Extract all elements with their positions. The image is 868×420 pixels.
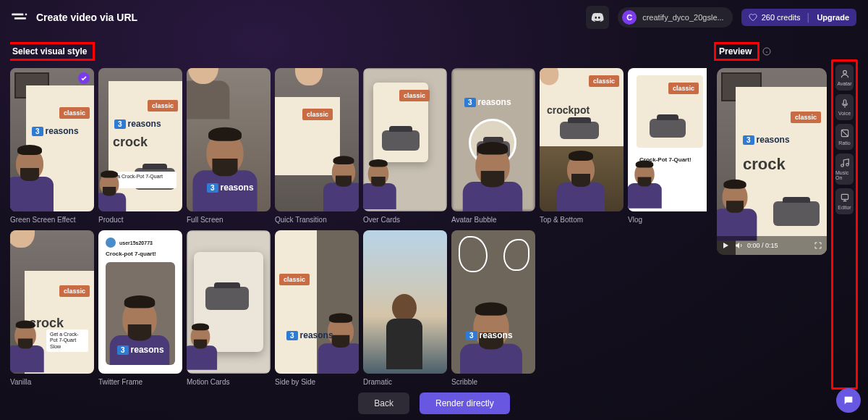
- side-btn-voice[interactable]: Voice: [835, 94, 854, 120]
- editor-icon: [840, 193, 850, 203]
- chat-icon: [843, 395, 854, 406]
- svg-point-8: [846, 164, 848, 167]
- chat-fab[interactable]: [836, 388, 861, 413]
- fullscreen-icon[interactable]: [814, 241, 822, 250]
- ratio-icon: [840, 128, 850, 138]
- svg-rect-1: [14, 17, 26, 20]
- style-card-full-screen[interactable]: 3reasons Full Screen: [187, 68, 271, 224]
- credits-upgrade-button[interactable]: 260 credits │ Upgrade: [741, 9, 856, 26]
- style-card-top-bottom[interactable]: classic crockpot Top & Bottom: [540, 68, 624, 224]
- play-icon[interactable]: [721, 241, 730, 250]
- preview-player[interactable]: classic 3reasons crock 0:00 / 0:15: [717, 68, 827, 255]
- section-heading: Select visual style: [10, 42, 95, 61]
- side-btn-avatar[interactable]: Avatar: [835, 64, 854, 91]
- avatar: C: [622, 10, 637, 25]
- avatar-icon: [840, 69, 850, 79]
- side-btn-ratio[interactable]: Ratio: [835, 124, 854, 150]
- style-card-avatar-bubble[interactable]: 3reasons Avatar Bubble: [451, 68, 535, 224]
- heart-icon: [749, 13, 757, 22]
- svg-rect-0: [12, 14, 23, 16]
- style-card-vlog[interactable]: classic Crock-Pot 7-Quart! Vlog: [628, 68, 707, 224]
- preview-heading: Preview: [714, 42, 760, 61]
- render-directly-button[interactable]: Render directly: [420, 392, 510, 414]
- app-logo-icon: [12, 11, 27, 24]
- selected-check-icon: [78, 72, 90, 84]
- style-card-side-by-side[interactable]: classic 3reasons Side by Side: [275, 230, 359, 386]
- user-name: creatify_dyco_20gsle...: [642, 13, 724, 22]
- side-toolbar: Avatar Voice Ratio Music On Editor: [831, 59, 858, 390]
- voice-icon: [840, 98, 850, 109]
- svg-point-7: [841, 164, 843, 167]
- credits-count: 260 credits: [762, 13, 801, 22]
- side-btn-music[interactable]: Music On: [835, 154, 854, 185]
- music-icon: [840, 158, 850, 168]
- side-btn-editor[interactable]: Editor: [835, 188, 854, 214]
- discord-icon: [591, 11, 604, 24]
- style-card-motion-cards[interactable]: Motion Cards: [187, 230, 271, 386]
- svg-rect-9: [841, 194, 848, 199]
- back-button[interactable]: Back: [358, 392, 409, 414]
- style-card-dramatic[interactable]: Dramatic: [363, 230, 447, 386]
- style-grid: classic 3reasons Green Screen Effect cla…: [10, 68, 707, 386]
- discord-button[interactable]: [586, 6, 609, 29]
- svg-point-4: [843, 70, 846, 74]
- user-menu[interactable]: C creatify_dyco_20gsle...: [618, 7, 733, 28]
- volume-icon[interactable]: [734, 241, 743, 250]
- svg-point-2: [25, 14, 27, 16]
- style-card-quick-transition[interactable]: classic Quick Transition: [275, 68, 359, 224]
- svg-rect-5: [843, 100, 846, 105]
- style-card-product[interactable]: classic 3reasons crock Get a Crock-Pot 7…: [98, 68, 182, 224]
- upgrade-label: Upgrade: [817, 13, 849, 22]
- style-card-green-screen[interactable]: classic 3reasons Green Screen Effect: [10, 68, 94, 224]
- page-title: Create video via URL: [36, 12, 137, 23]
- style-card-vanilla[interactable]: classic crock Get a Crock-Pot 7-Quart Sl…: [10, 230, 94, 386]
- style-card-over-cards[interactable]: classic Over Cards: [363, 68, 447, 224]
- info-icon: [762, 47, 771, 56]
- style-card-scribble[interactable]: 3reasons Scribble: [451, 230, 535, 386]
- style-card-twitter-frame[interactable]: user15s20773 Crock-pot 7-quart! 3reasons…: [98, 230, 182, 386]
- time-display: 0:00 / 0:15: [747, 242, 778, 249]
